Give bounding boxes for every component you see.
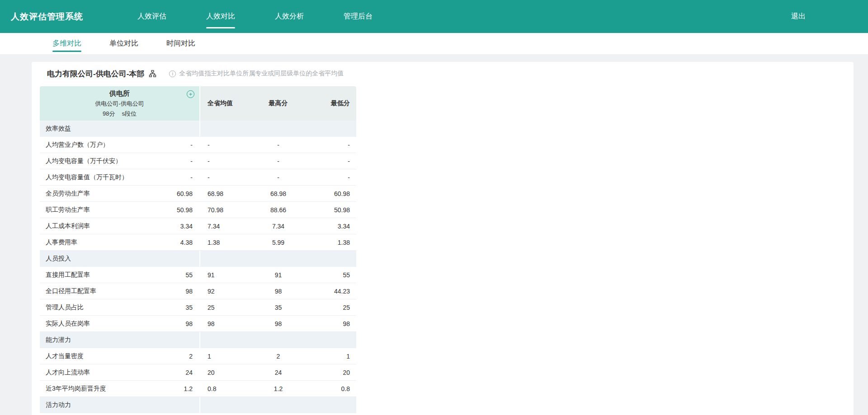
metric-row: 人事费用率4.381.385.991.38: [40, 234, 356, 251]
tab-unit-comparison[interactable]: 单位对比: [109, 33, 138, 54]
metric-row: 人工成本利润率3.347.347.343.34: [40, 218, 356, 234]
unit-name: 供电所: [109, 89, 130, 98]
metric-max-score: -: [252, 153, 304, 169]
tab-multi-dimension[interactable]: 多维对比: [52, 33, 81, 54]
metric-min-score: -: [304, 169, 356, 185]
metric-main-cell: 人才向上流动率24: [40, 364, 199, 380]
comparison-card: 电力有限公司-供电公司-本部 i 全省均值指主对比单位所属专业或同层级单位的全省…: [32, 62, 854, 415]
metric-main-cell: 管理人员占比35: [40, 299, 199, 315]
add-unit-icon[interactable]: +: [187, 90, 194, 98]
metric-max-score: 5.99: [252, 234, 304, 250]
hint-text: 全省均值指主对比单位所属专业或同层级单位的全省平均值: [179, 70, 344, 78]
metric-max-score: -: [252, 169, 304, 185]
metric-province-avg: -: [200, 153, 252, 169]
metric-unit-value: 1.2: [184, 385, 193, 392]
section-title: 人员投入: [40, 251, 199, 267]
metric-row: 管理人员占比35253525: [40, 299, 356, 316]
nav-item-analysis[interactable]: 人效分析: [255, 0, 324, 33]
metric-province-avg: 91: [200, 267, 252, 283]
metric-unit-value: 4.38: [180, 239, 193, 246]
content-area: 电力有限公司-供电公司-本部 i 全省均值指主对比单位所属专业或同层级单位的全省…: [0, 54, 868, 415]
metric-row: 人均变电容量值（万千瓦时）----: [40, 169, 356, 186]
metric-label: 人事费用率: [46, 238, 77, 247]
nav-item-evaluation[interactable]: 人效评估: [118, 0, 186, 33]
metric-province-avg: 98: [200, 316, 252, 331]
metric-province-avg: 1: [200, 348, 252, 364]
metric-main-cell: 人才当量密度2: [40, 348, 199, 364]
app-title: 人效评估管理系统: [11, 11, 83, 23]
section-row: 人员投入: [40, 251, 356, 267]
metric-province-avg: 70.98: [200, 202, 252, 218]
metric-min-score: 20: [304, 364, 356, 380]
metric-max-score: 1.2: [252, 381, 304, 396]
metric-row: 人才向上流动率24202420: [40, 364, 356, 381]
metric-main-cell: 近3年平均岗薪晋升度1.2: [40, 381, 199, 396]
metric-max-score: 7.34: [252, 218, 304, 234]
metric-province-avg: -: [200, 137, 252, 153]
table-header-row: + 供电所 供电公司-供电公司 98分 s段位 全省均值 最高分 最低分: [40, 86, 356, 121]
metric-label: 管理人员占比: [46, 303, 84, 312]
col-header-min-score: 最低分: [304, 86, 356, 121]
tab-time-comparison[interactable]: 时间对比: [166, 33, 195, 54]
metric-min-score: -: [304, 153, 356, 169]
metric-province-avg: 1.38: [200, 234, 252, 250]
metric-unit-value: -: [190, 174, 193, 181]
metric-row: 近3年平均岗薪晋升度1.20.81.20.8: [40, 381, 356, 397]
metric-main-cell: 人工成本利润率3.34: [40, 218, 199, 234]
metric-max-score: 24: [252, 364, 304, 380]
metric-unit-value: 3.34: [180, 223, 193, 230]
metric-min-score: 50.98: [304, 202, 356, 218]
metric-unit-value: -: [190, 141, 193, 149]
province-average-hint: i 全省均值指主对比单位所属专业或同层级单位的全省平均值: [169, 70, 344, 78]
section-title: 活力动力: [40, 397, 199, 413]
org-structure-icon[interactable]: [149, 70, 156, 77]
metric-max-score: 2: [252, 348, 304, 364]
metric-row: 全员劳动生产率60.9868.9868.9860.98: [40, 186, 356, 202]
metric-label: 近3年平均岗薪晋升度: [46, 385, 106, 393]
metric-main-cell: 人均变电容量值（万千瓦时）-: [40, 169, 199, 185]
col-header-max-score: 最高分: [252, 86, 304, 121]
metric-row: 实际人员在岗率98989898: [40, 316, 356, 332]
col-header-province-avg: 全省均值: [200, 86, 252, 121]
value-headers: 全省均值 最高分 最低分: [200, 86, 356, 121]
section-row: 能力潜力: [40, 332, 356, 348]
metric-province-avg: -: [200, 169, 252, 185]
unit-score: 98分: [103, 110, 115, 118]
metric-row: 职工劳动生产率50.9870.9888.6650.98: [40, 202, 356, 218]
metric-min-score: 25: [304, 299, 356, 315]
metric-label: 直接用工配置率: [46, 271, 90, 279]
metric-main-cell: 人均变电容量（万千伏安）-: [40, 153, 199, 169]
metric-province-avg: 0.8: [200, 381, 252, 396]
metric-min-score: -: [304, 137, 356, 153]
metric-label: 全员劳动生产率: [46, 190, 90, 198]
table-body: 效率效益人均营业户数（万户）----人均变电容量（万千伏安）----人均变电容量…: [40, 121, 356, 413]
metric-label: 人均变电容量（万千伏安）: [46, 157, 122, 165]
metric-province-avg: 25: [200, 299, 252, 315]
metric-label: 实际人员在岗率: [46, 320, 90, 328]
metric-max-score: 88.66: [252, 202, 304, 218]
metric-unit-value: 35: [185, 304, 193, 311]
metric-row: 人才当量密度2121: [40, 348, 356, 364]
section-values-fill: [200, 397, 356, 413]
metric-unit-value: 98: [185, 320, 193, 327]
metric-max-score: -: [252, 137, 304, 153]
metric-main-cell: 实际人员在岗率98: [40, 316, 199, 331]
metric-main-cell: 人事费用率4.38: [40, 234, 199, 250]
metric-label: 人均营业户数（万户）: [46, 141, 109, 149]
metric-min-score: 55: [304, 267, 356, 283]
info-icon: i: [169, 70, 176, 77]
nav-item-admin[interactable]: 管理后台: [324, 0, 392, 33]
metric-max-score: 91: [252, 267, 304, 283]
metric-label: 人才当量密度: [46, 352, 84, 360]
metric-unit-value: 60.98: [177, 190, 193, 197]
nav-item-comparison[interactable]: 人效对比: [186, 0, 255, 33]
metric-province-avg: 7.34: [200, 218, 252, 234]
metric-min-score: 3.34: [304, 218, 356, 234]
unit-score-line: 98分 s段位: [103, 110, 137, 118]
metric-max-score: 98: [252, 316, 304, 331]
metric-max-score: 98: [252, 283, 304, 299]
metric-unit-value: 98: [185, 288, 193, 295]
metric-max-score: 68.98: [252, 186, 304, 201]
logout-button[interactable]: 退出: [791, 12, 806, 21]
metric-unit-value: 50.98: [177, 206, 193, 214]
